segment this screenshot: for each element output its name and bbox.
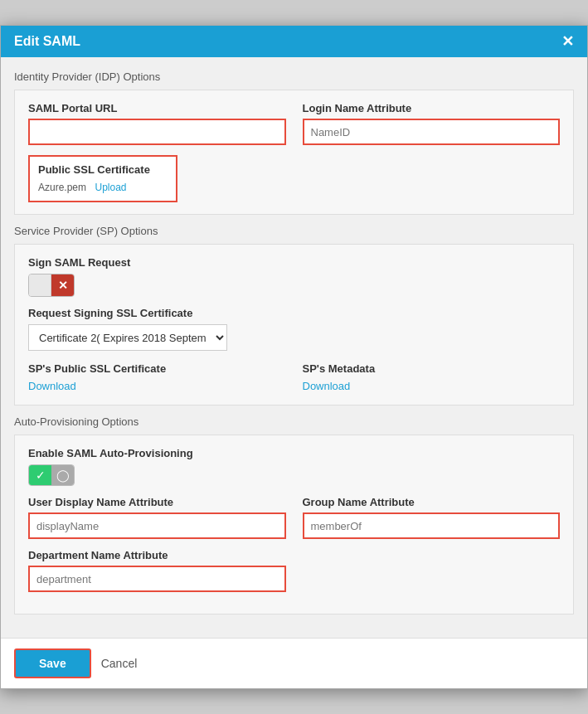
empty-group [303, 549, 561, 592]
sp-metadata-label: SP's Metadata [303, 362, 561, 375]
dept-name-group: Department Name Attribute [28, 549, 286, 592]
ssl-cert-filename: Azure.pem [38, 182, 86, 193]
saml-portal-url-label: SAML Portal URL [28, 102, 286, 114]
saml-portal-url-group: SAML Portal URL [28, 102, 286, 145]
login-name-attr-group: Login Name Attribute [303, 102, 561, 145]
user-display-name-label: User Display Name Attribute [28, 496, 286, 508]
user-display-name-group: User Display Name Attribute [28, 496, 286, 539]
group-name-attr-group: Group Name Attribute [303, 496, 561, 539]
ssl-cert-wrapper: Public SSL Certificate Azure.pem Upload [28, 155, 560, 202]
sp-public-ssl-col: SP's Public SSL Certificate Download [28, 362, 286, 393]
modal: Edit SAML ✕ Identity Provider (IDP) Opti… [0, 25, 588, 689]
modal-title: Edit SAML [14, 34, 80, 49]
saml-portal-url-input[interactable] [28, 119, 286, 145]
enable-auto-prov-label: Enable SAML Auto-Provisioning [28, 447, 560, 459]
toggle2-off-side: ◯ [51, 464, 74, 486]
sp-metadata-col: SP's Metadata Download [303, 362, 561, 393]
sp-public-ssl-download[interactable]: Download [28, 380, 76, 392]
close-button[interactable]: ✕ [561, 34, 574, 49]
enable-auto-prov-group: Enable SAML Auto-Provisioning ✓ ◯ [28, 447, 560, 486]
sp-metadata-download[interactable]: Download [303, 380, 351, 392]
dept-name-input[interactable] [28, 566, 286, 592]
save-button[interactable]: Save [14, 648, 91, 678]
enable-auto-prov-toggle[interactable]: ✓ ◯ [28, 464, 75, 486]
signing-cert-select[interactable]: Certificate 2( Expires 2018 September ) [28, 324, 227, 351]
toggle-off-side: ✕ [51, 274, 74, 297]
modal-body: Identity Provider (IDP) Options SAML Por… [1, 57, 587, 638]
signing-cert-label: Request Signing SSL Certificate [28, 307, 560, 319]
toggle-on-side [29, 274, 51, 297]
cancel-button[interactable]: Cancel [101, 657, 138, 670]
sp-section-box: Sign SAML Request ✕ Request Signing SSL … [14, 244, 574, 406]
attr-bottom-row: Department Name Attribute [28, 549, 560, 592]
toggle-blank [29, 274, 51, 297]
signing-cert-group: Request Signing SSL Certificate Certific… [28, 307, 560, 351]
idp-top-row: SAML Portal URL Login Name Attribute [28, 102, 560, 145]
ssl-cert-label: Public SSL Certificate [38, 163, 168, 176]
modal-header: Edit SAML ✕ [1, 26, 587, 57]
sp-links-row: SP's Public SSL Certificate Download SP'… [28, 362, 560, 393]
dept-name-label: Department Name Attribute [28, 549, 286, 561]
login-name-attr-label: Login Name Attribute [303, 102, 561, 114]
toggle2-on-side: ✓ [29, 464, 51, 486]
user-display-name-input[interactable] [28, 512, 286, 539]
group-name-attr-input[interactable] [303, 512, 561, 539]
sp-public-ssl-label: SP's Public SSL Certificate [28, 362, 286, 375]
sign-saml-label: Sign SAML Request [28, 256, 560, 269]
auto-prov-section-label: Auto-Provisioning Options [14, 415, 574, 428]
modal-footer: Save Cancel [1, 638, 587, 688]
login-name-attr-input[interactable] [303, 119, 561, 145]
sp-section-label: Service Provider (SP) Options [14, 225, 574, 237]
idp-section-box: SAML Portal URL Login Name Attribute Pub… [14, 90, 574, 215]
ssl-cert-upload-link[interactable]: Upload [95, 182, 126, 193]
idp-section-label: Identity Provider (IDP) Options [14, 70, 574, 83]
sign-saml-toggle[interactable]: ✕ [28, 274, 75, 297]
group-name-attr-label: Group Name Attribute [303, 496, 561, 508]
sign-saml-group: Sign SAML Request ✕ [28, 256, 560, 297]
ssl-cert-file-row: Azure.pem Upload [38, 179, 168, 194]
auto-prov-section-box: Enable SAML Auto-Provisioning ✓ ◯ User D… [14, 435, 574, 614]
attr-top-row: User Display Name Attribute Group Name A… [28, 496, 560, 539]
ssl-cert-box: Public SSL Certificate Azure.pem Upload [28, 155, 177, 202]
